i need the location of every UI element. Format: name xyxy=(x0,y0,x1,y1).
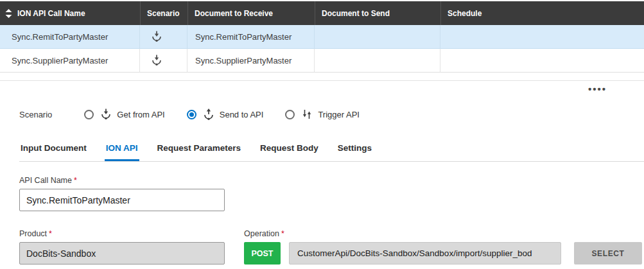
tab-request-parameters[interactable]: Request Parameters xyxy=(156,139,243,161)
grid-panel-bottom-border xyxy=(0,73,644,81)
trigger-api-icon xyxy=(300,108,313,121)
tab-request-body[interactable]: Request Body xyxy=(259,139,320,161)
ion-api-form: API Call Name* Product* Operation* POST … xyxy=(19,176,644,265)
product-group: Product* xyxy=(19,229,225,265)
table-row[interactable]: Sync.SupplierPartyMaster Sync.SupplierPa… xyxy=(0,49,644,73)
required-marker: * xyxy=(74,176,77,185)
api-scenario-icon xyxy=(150,54,163,67)
send-to-api-icon xyxy=(202,108,215,121)
tab-ion-api[interactable]: ION API xyxy=(105,139,139,161)
radio-option-get-from-api[interactable]: Get from API xyxy=(84,108,164,121)
radio-option-label: Trigger API xyxy=(318,110,360,119)
column-header-doc-send[interactable]: Document to Send xyxy=(315,1,440,25)
api-call-name-label: API Call Name* xyxy=(19,176,644,185)
required-marker: * xyxy=(49,229,52,238)
radio-option-label: Send to API xyxy=(220,110,264,119)
column-header-scenario[interactable]: Scenario xyxy=(140,1,187,25)
api-scenario-icon xyxy=(150,30,163,43)
radio-option-label: Get from API xyxy=(117,110,164,119)
http-method-badge[interactable]: POST xyxy=(244,242,281,265)
cell-doc-receive: Sync.RemitToPartyMaster xyxy=(187,25,315,49)
operation-fields: POST xyxy=(244,242,561,265)
product-label: Product* xyxy=(19,229,225,238)
cell-api-call-name: Sync.SupplierPartyMaster xyxy=(0,49,140,73)
radio-option-trigger-api[interactable]: Trigger API xyxy=(285,108,360,121)
column-header-label: ION API Call Name xyxy=(17,9,85,18)
scenario-radio-group: Scenario Get from API xyxy=(19,106,644,123)
grid-header-row: ION API Call Name Scenario Document to R… xyxy=(0,1,644,25)
cell-schedule xyxy=(440,49,644,73)
sort-icon xyxy=(5,9,12,18)
column-header-api-call-name[interactable]: ION API Call Name xyxy=(0,1,140,25)
select-operation-button[interactable]: SELECT xyxy=(574,242,642,265)
ion-api-configuration-screen: ION API Call Name Scenario Document to R… xyxy=(0,0,644,265)
column-header-schedule[interactable]: Schedule xyxy=(440,1,644,25)
cell-scenario xyxy=(140,49,187,73)
operation-path-input[interactable] xyxy=(289,242,561,265)
cell-doc-send xyxy=(315,49,440,73)
column-header-doc-receive[interactable]: Document to Receive xyxy=(187,1,315,25)
operation-label: Operation* xyxy=(244,229,561,238)
cell-doc-receive: Sync.SupplierPartyMaster xyxy=(187,49,315,73)
required-marker: * xyxy=(281,229,284,238)
tab-settings[interactable]: Settings xyxy=(336,139,373,161)
radio-button[interactable] xyxy=(84,110,94,119)
radio-button[interactable] xyxy=(187,110,196,119)
product-operation-row: Product* Operation* POST SELECT xyxy=(19,229,644,265)
radio-button[interactable] xyxy=(285,110,295,119)
cell-doc-send xyxy=(315,25,440,49)
radio-option-send-to-api[interactable]: Send to API xyxy=(187,108,264,121)
get-from-api-icon xyxy=(100,108,112,121)
cell-schedule xyxy=(440,25,644,49)
pane-splitter: •••• xyxy=(0,81,644,97)
tab-input-document[interactable]: Input Document xyxy=(19,139,88,161)
operation-group: Operation* POST xyxy=(244,229,561,265)
cell-scenario xyxy=(140,25,187,49)
splitter-handle[interactable]: •••• xyxy=(588,84,607,94)
product-input[interactable] xyxy=(19,242,225,265)
cell-api-call-name: Sync.RemitToPartyMaster xyxy=(0,25,140,49)
scenario-label: Scenario xyxy=(19,110,52,119)
table-row[interactable]: Sync.RemitToPartyMaster Sync.RemitToPart… xyxy=(0,25,644,49)
api-call-name-input[interactable] xyxy=(19,189,225,211)
detail-tab-bar: Input Document ION API Request Parameter… xyxy=(19,139,644,162)
